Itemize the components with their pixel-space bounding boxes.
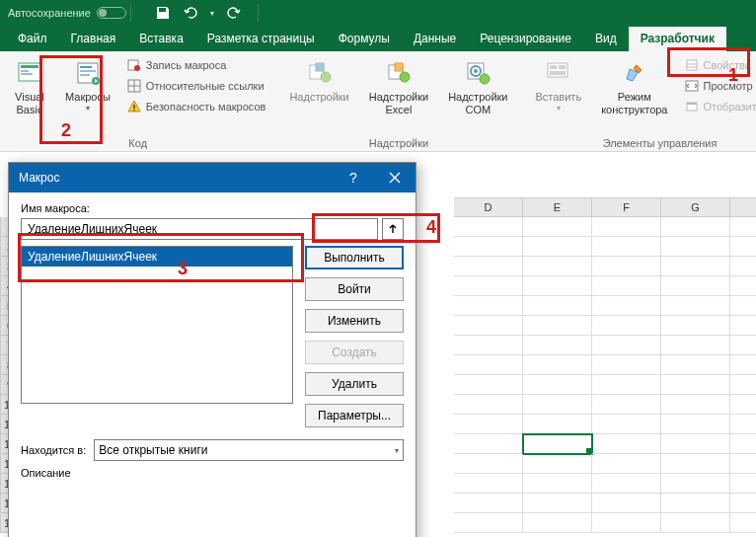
cell[interactable] bbox=[523, 316, 592, 336]
column-header[interactable]: H bbox=[730, 197, 756, 217]
redo-icon[interactable] bbox=[226, 5, 242, 21]
cell[interactable] bbox=[592, 276, 661, 296]
close-button[interactable] bbox=[374, 163, 416, 192]
options-button[interactable]: Параметры... bbox=[305, 404, 404, 427]
cell[interactable] bbox=[661, 415, 730, 434]
cell[interactable] bbox=[730, 434, 756, 454]
cell[interactable] bbox=[454, 276, 523, 296]
cell[interactable] bbox=[592, 434, 661, 454]
cell[interactable] bbox=[454, 494, 523, 513]
run-button[interactable]: Выполнить bbox=[305, 246, 404, 269]
toggle-switch[interactable] bbox=[97, 7, 126, 19]
save-icon[interactable] bbox=[155, 5, 171, 21]
cell[interactable] bbox=[661, 434, 730, 454]
cell[interactable] bbox=[661, 237, 730, 257]
cell[interactable] bbox=[523, 415, 592, 434]
column-header[interactable]: G bbox=[661, 197, 730, 217]
cell[interactable] bbox=[523, 355, 592, 375]
tab-home[interactable]: Главная bbox=[59, 27, 128, 51]
cell[interactable] bbox=[661, 276, 730, 296]
cell[interactable] bbox=[730, 217, 756, 237]
tab-file[interactable]: Файл bbox=[6, 27, 59, 51]
cell[interactable] bbox=[454, 355, 523, 375]
cell[interactable] bbox=[592, 494, 661, 513]
cell[interactable] bbox=[454, 296, 523, 316]
location-select[interactable]: Все открытые книги ▾ bbox=[94, 439, 404, 461]
cell[interactable] bbox=[592, 415, 661, 434]
cell[interactable] bbox=[661, 316, 730, 336]
cell[interactable] bbox=[592, 257, 661, 276]
insert-control-button[interactable]: Вставить ▾ bbox=[527, 55, 589, 115]
cell[interactable] bbox=[454, 257, 523, 276]
macro-security-button[interactable]: Безопасность макросов bbox=[122, 97, 270, 116]
addins-com-button[interactable]: Надстройки COM bbox=[440, 55, 515, 118]
cell[interactable] bbox=[592, 336, 661, 355]
cell[interactable] bbox=[454, 375, 523, 395]
help-button[interactable]: ? bbox=[333, 163, 374, 192]
tab-developer[interactable]: Разработчик bbox=[629, 27, 726, 51]
cell[interactable] bbox=[454, 237, 523, 257]
cell[interactable] bbox=[454, 415, 523, 434]
cell[interactable] bbox=[730, 494, 756, 513]
edit-button[interactable]: Изменить bbox=[305, 309, 404, 333]
undo-dropdown[interactable]: ▾ bbox=[210, 9, 214, 18]
delete-button[interactable]: Удалить bbox=[305, 372, 404, 396]
cell[interactable] bbox=[730, 454, 756, 474]
cell[interactable] bbox=[592, 316, 661, 336]
cell[interactable] bbox=[730, 395, 756, 415]
cell[interactable] bbox=[592, 395, 661, 415]
cell[interactable] bbox=[592, 474, 661, 494]
cell[interactable] bbox=[454, 336, 523, 355]
cell[interactable] bbox=[730, 415, 756, 434]
visual-basic-button[interactable]: Visual Basic bbox=[6, 55, 53, 118]
cell[interactable] bbox=[661, 355, 730, 375]
design-mode-button[interactable]: Режим конструктора bbox=[593, 55, 675, 118]
tab-review[interactable]: Рецензирование bbox=[468, 27, 583, 51]
properties-button[interactable]: Свойства bbox=[680, 55, 757, 75]
cell[interactable] bbox=[592, 217, 661, 237]
macros-button[interactable]: Макросы ▾ bbox=[57, 55, 118, 115]
cell[interactable] bbox=[523, 395, 592, 415]
cell[interactable] bbox=[592, 454, 661, 474]
cell[interactable] bbox=[592, 513, 661, 533]
addins-button[interactable]: Надстройки bbox=[281, 55, 356, 106]
cell[interactable] bbox=[523, 494, 592, 513]
tab-layout[interactable]: Разметка страницы bbox=[195, 27, 327, 51]
cell[interactable] bbox=[523, 454, 592, 474]
reference-edit-button[interactable] bbox=[382, 218, 404, 240]
cell-grid[interactable] bbox=[454, 217, 756, 533]
cell[interactable] bbox=[661, 296, 730, 316]
cell[interactable] bbox=[592, 237, 661, 257]
cell[interactable] bbox=[454, 454, 523, 474]
tab-data[interactable]: Данные bbox=[402, 27, 468, 51]
macro-name-input[interactable] bbox=[21, 218, 378, 240]
cell[interactable] bbox=[592, 296, 661, 316]
cell[interactable] bbox=[592, 355, 661, 375]
cell[interactable] bbox=[730, 316, 756, 336]
show-dialog-button[interactable]: Отобразить окно bbox=[680, 97, 757, 116]
cell[interactable] bbox=[523, 296, 592, 316]
tab-insert[interactable]: Вставка bbox=[127, 27, 195, 51]
dialog-titlebar[interactable]: Макрос ? bbox=[9, 163, 416, 192]
cell[interactable] bbox=[730, 355, 756, 375]
cell[interactable] bbox=[661, 494, 730, 513]
record-macro-button[interactable]: Запись макроса bbox=[122, 55, 270, 75]
cell[interactable] bbox=[730, 237, 756, 257]
cell[interactable] bbox=[661, 336, 730, 355]
tab-formulas[interactable]: Формулы bbox=[327, 27, 402, 51]
cell[interactable] bbox=[523, 276, 592, 296]
cell[interactable] bbox=[454, 513, 523, 533]
cell[interactable] bbox=[523, 257, 592, 276]
cell[interactable] bbox=[454, 434, 523, 454]
cell[interactable] bbox=[523, 217, 592, 237]
cell[interactable] bbox=[454, 316, 523, 336]
cell[interactable] bbox=[661, 454, 730, 474]
macro-listbox[interactable]: УдалениеЛишнихЯчеек bbox=[21, 246, 293, 404]
column-header[interactable]: F bbox=[592, 197, 661, 217]
addins-excel-button[interactable]: Надстройки Excel bbox=[361, 55, 436, 118]
column-header[interactable]: D bbox=[454, 197, 523, 217]
cell[interactable] bbox=[730, 513, 756, 533]
cell[interactable] bbox=[523, 336, 592, 355]
view-code-button[interactable]: Просмотр кода bbox=[680, 76, 757, 96]
cell[interactable] bbox=[730, 375, 756, 395]
